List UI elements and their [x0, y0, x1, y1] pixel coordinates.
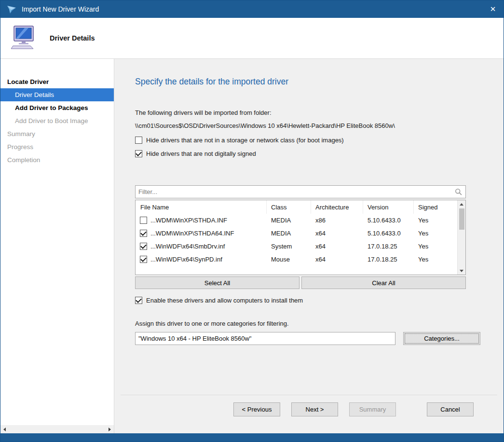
row-checkbox[interactable]: [140, 230, 147, 237]
window-title: Import New Driver Wizard: [22, 5, 99, 13]
column-header-architecture[interactable]: Architecture: [311, 200, 363, 214]
sidebar-item-driver-details[interactable]: Driver Details: [0, 88, 114, 101]
page-title: Driver Details: [50, 34, 95, 42]
assign-category-label: Assign this driver to one or more catego…: [135, 320, 480, 327]
filter-input[interactable]: [136, 186, 455, 197]
table-row[interactable]: ...WinWDF\x64\SmbDrv.inf System x64 17.0…: [136, 240, 458, 253]
row-signed: Yes: [414, 256, 458, 263]
row-version: 17.0.18.25: [363, 243, 414, 250]
categories-button[interactable]: Categories...: [403, 332, 480, 345]
content-area: Specify the details for the imported dri…: [114, 59, 504, 395]
table-row[interactable]: ...WDM\WinXP\STHDA.INF MEDIA x86 5.10.64…: [136, 214, 458, 227]
search-icon: [455, 188, 462, 195]
select-all-button[interactable]: Select All: [135, 276, 300, 289]
column-header-class[interactable]: Class: [267, 200, 311, 214]
hide-storage-checkbox[interactable]: [135, 137, 142, 144]
scrollbar-thumb[interactable]: [459, 208, 464, 230]
filter-box: [135, 185, 466, 198]
sidebar-item-add-driver-to-packages[interactable]: Add Driver to Packages: [0, 101, 114, 114]
table-row[interactable]: ...WinWDF\x64\SynPD.inf Mouse x64 17.0.1…: [136, 253, 458, 266]
titlebar: Import New Driver Wizard ✕: [0, 0, 504, 18]
selection-buttons: Select All Clear All: [135, 276, 466, 289]
category-row: Categories...: [135, 332, 480, 345]
hide-unsigned-checkbox-label: Hide drivers that are not digitally sign…: [146, 150, 256, 157]
scroll-up-icon[interactable]: [458, 200, 466, 208]
hide-storage-checkbox-label: Hide drivers that are not in a storage o…: [146, 137, 344, 144]
row-signed: Yes: [414, 230, 458, 237]
sidebar-horizontal-scrollbar[interactable]: [0, 425, 114, 433]
column-header-version[interactable]: Version: [363, 200, 414, 214]
category-input[interactable]: [135, 332, 395, 345]
row-architecture: x64: [311, 230, 363, 237]
main-panel: Specify the details for the imported dri…: [114, 59, 504, 433]
row-file-name: ...WinWDF\x64\SynPD.inf: [150, 256, 222, 263]
row-class: MEDIA: [267, 217, 311, 224]
row-checkbox[interactable]: [140, 256, 147, 263]
sidebar-item-summary: Summary: [0, 127, 114, 140]
row-architecture: x64: [311, 243, 363, 250]
hide-unsigned-checkbox-row: Hide drivers that are not digitally sign…: [135, 150, 480, 157]
row-architecture: x64: [311, 256, 363, 263]
wizard-dart-icon: [6, 4, 17, 14]
folder-path: \\cm01\Sources$\OSD\DriverSources\Window…: [135, 122, 480, 129]
sidebar-item-progress: Progress: [0, 140, 114, 153]
row-version: 17.0.18.25: [363, 256, 414, 263]
row-file-name: ...WinWDF\x64\SmbDrv.inf: [150, 243, 225, 250]
clear-all-button[interactable]: Clear All: [301, 276, 466, 289]
row-version: 5.10.6433.0: [363, 217, 414, 224]
close-icon[interactable]: ✕: [482, 0, 504, 18]
next-button[interactable]: Next >: [291, 402, 338, 416]
hide-unsigned-checkbox[interactable]: [135, 150, 142, 157]
sidebar-item-add-driver-to-boot-image: Add Driver to Boot Image: [0, 114, 114, 127]
import-driver-wizard-window: Import New Driver Wizard ✕ Driver Detail…: [0, 0, 504, 442]
table-header-row: File Name Class Architecture Version Sig…: [136, 200, 458, 214]
row-file-name: ...WDM\WinXP\STHDA.INF: [150, 217, 227, 224]
cancel-button[interactable]: Cancel: [427, 402, 474, 416]
scroll-right-icon[interactable]: [106, 425, 114, 433]
footer-button-bar: < Previous Next > Summary Cancel: [121, 395, 497, 433]
summary-button: Summary: [349, 402, 396, 416]
folder-label: The following drivers will be imported f…: [135, 109, 480, 116]
row-class: MEDIA: [267, 230, 311, 237]
row-class: System: [267, 243, 311, 250]
sidebar-item-locate-driver[interactable]: Locate Driver: [0, 75, 114, 88]
column-header-signed[interactable]: Signed: [414, 200, 458, 214]
scroll-down-icon[interactable]: [458, 267, 466, 275]
bottom-accent-strip: [0, 433, 504, 442]
wizard-body: Locate Driver Driver Details Add Driver …: [0, 59, 504, 433]
column-header-file-name[interactable]: File Name: [136, 200, 267, 214]
row-file-name: ...WDM\WinXP\STHDA64.INF: [150, 230, 234, 237]
enable-drivers-checkbox-label: Enable these drivers and allow computers…: [146, 297, 303, 304]
table-row[interactable]: ...WDM\WinXP\STHDA64.INF MEDIA x64 5.10.…: [136, 227, 458, 240]
table-vertical-scrollbar[interactable]: [457, 200, 465, 275]
scroll-left-icon[interactable]: [0, 425, 9, 433]
wizard-header: Driver Details: [0, 18, 504, 59]
enable-drivers-checkbox[interactable]: [135, 297, 142, 304]
row-signed: Yes: [414, 243, 458, 250]
row-version: 5.10.6433.0: [363, 230, 414, 237]
wizard-steps-sidebar: Locate Driver Driver Details Add Driver …: [0, 59, 114, 433]
sidebar-item-completion: Completion: [0, 153, 114, 166]
drivers-table: File Name Class Architecture Version Sig…: [135, 200, 466, 275]
content-heading: Specify the details for the imported dri…: [135, 77, 480, 87]
computer-icon: [10, 26, 38, 51]
row-class: Mouse: [267, 256, 311, 263]
row-checkbox[interactable]: [140, 243, 147, 250]
row-checkbox[interactable]: [140, 217, 147, 224]
previous-button[interactable]: < Previous: [233, 402, 280, 416]
row-architecture: x86: [311, 217, 363, 224]
enable-drivers-checkbox-row: Enable these drivers and allow computers…: [135, 297, 480, 304]
row-signed: Yes: [414, 217, 458, 224]
hide-storage-checkbox-row: Hide drivers that are not in a storage o…: [135, 137, 480, 144]
